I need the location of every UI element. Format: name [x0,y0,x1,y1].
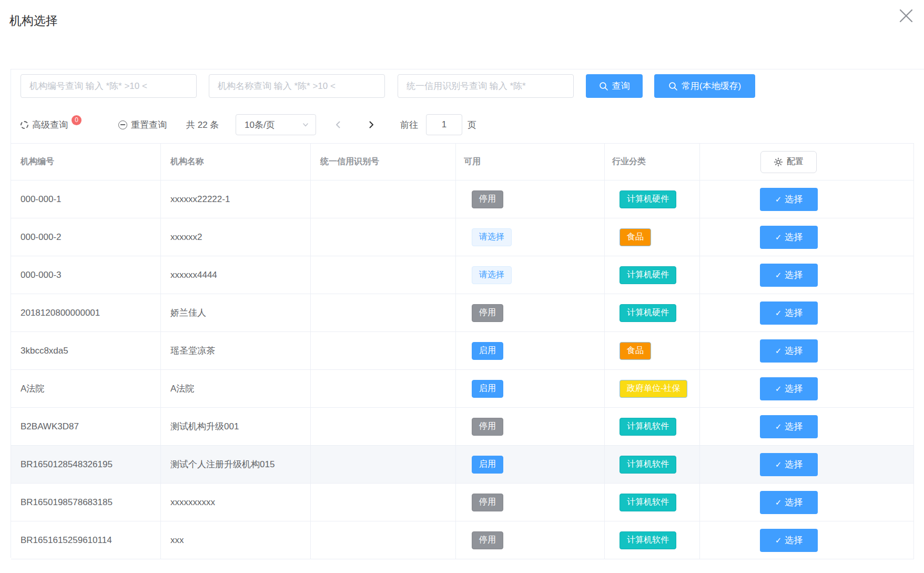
action-cell: ✓选择 [700,332,913,370]
select-button[interactable]: ✓选择 [760,264,818,287]
available-cell: 启用 [456,332,605,370]
status-badge[interactable]: 停用 [472,418,503,436]
select-button[interactable]: ✓选择 [760,491,818,514]
org-name-cell: 测试机构升级001 [161,408,311,446]
industry-cell: 计算机软件 [605,521,700,559]
select-button[interactable]: ✓选择 [760,301,818,325]
org-name-cell: xxx [161,521,311,559]
industry-badge: 食品 [620,342,651,360]
available-cell: 停用 [456,180,605,218]
prev-page-button[interactable] [327,114,350,135]
org-code-search-input[interactable] [21,74,197,98]
total-count: 共 22 条 [186,114,219,135]
table-row: A法院A法院启用政府单位-社保✓选择 [11,370,913,408]
industry-badge: 食品 [620,228,651,246]
status-badge[interactable]: 启用 [472,342,503,360]
action-cell: ✓选择 [700,256,913,294]
org-name-cell: xxxxxx4444 [161,256,311,294]
config-button[interactable]: 配置 [760,151,817,173]
action-cell: ✓选择 [700,294,913,332]
reset-query-button[interactable]: 重置查询 [118,114,167,135]
next-page-button[interactable] [360,114,383,135]
common-cache-button-label: 常用(本地缓存) [682,80,741,92]
close-icon[interactable] [896,5,917,26]
select-button-label: 选择 [785,231,803,243]
org-code-cell: 000-000-3 [11,256,161,294]
select-button-label: 选择 [785,496,803,508]
credit-code-cell [311,256,456,294]
status-badge[interactable]: 停用 [472,304,503,322]
table-row: B2BAWK3D87测试机构升级001停用计算机软件✓选择 [11,408,913,446]
industry-badge: 政府单位-社保 [620,380,687,398]
org-code-cell: A法院 [11,370,161,408]
select-button[interactable]: ✓选择 [760,188,818,211]
select-button[interactable]: ✓选择 [760,339,818,363]
header-org-code: 机构编号 [11,144,161,180]
org-code-cell: 000-000-1 [11,180,161,218]
search-icon [668,82,678,91]
industry-cell: 计算机硬件 [605,256,700,294]
action-cell: ✓选择 [700,484,913,521]
goto-page-input[interactable] [426,114,462,135]
check-icon: ✓ [775,308,782,318]
org-code-cell: BR1650198578683185 [11,484,161,521]
check-icon: ✓ [775,346,782,356]
status-badge[interactable]: 停用 [472,531,503,549]
page-size-select[interactable]: 10条/页 [236,114,316,135]
status-badge[interactable]: 请选择 [472,266,512,284]
industry-badge: 计算机硬件 [620,304,676,322]
header-config-cell: 配置 [700,144,913,180]
credit-code-search-input[interactable] [398,74,574,98]
status-badge[interactable]: 请选择 [472,228,512,246]
advanced-query-button[interactable]: 高级查询 0 [21,114,82,135]
action-cell: ✓选择 [700,408,913,446]
select-button-label: 选择 [785,458,803,470]
available-cell: 启用 [456,370,605,408]
org-name-cell: xxxxxxxxxx [161,484,311,521]
filter-icon [21,121,28,129]
org-code-cell: B2BAWK3D87 [11,408,161,446]
available-cell: 启用 [456,446,605,484]
credit-code-cell [311,332,456,370]
select-button[interactable]: ✓选择 [760,415,818,438]
table-row: 3kbcc8xda5瑶圣堂凉茶启用食品✓选择 [11,332,913,370]
table-row: 2018120800000001娇兰佳人停用计算机硬件✓选择 [11,294,913,332]
table-row: 000-000-3xxxxxx4444请选择计算机硬件✓选择 [11,256,913,294]
query-button[interactable]: 查询 [586,74,643,98]
credit-code-cell [311,294,456,332]
select-button-label: 选择 [785,193,803,205]
industry-cell: 计算机软件 [605,484,700,521]
action-cell: ✓选择 [700,446,913,484]
status-badge[interactable]: 启用 [472,456,503,474]
industry-cell: 计算机硬件 [605,294,700,332]
table-row: BR1650128548326195测试个人注册升级机构015启用计算机软件✓选… [11,446,913,484]
available-cell: 停用 [456,408,605,446]
org-name-search-input[interactable] [209,74,385,98]
check-icon: ✓ [775,536,782,545]
check-icon: ✓ [775,270,782,280]
available-cell: 停用 [456,294,605,332]
check-icon: ✓ [775,498,782,507]
select-button-label: 选择 [785,307,803,319]
status-badge[interactable]: 停用 [472,190,503,208]
search-icon [599,82,608,91]
industry-cell: 计算机软件 [605,408,700,446]
table-row: 000-000-2xxxxxx2请选择食品✓选择 [11,218,913,256]
check-icon: ✓ [775,195,782,204]
check-icon: ✓ [775,233,782,242]
select-button[interactable]: ✓选择 [760,377,818,400]
org-code-cell: 3kbcc8xda5 [11,332,161,370]
action-cell: ✓选择 [700,218,913,256]
status-badge[interactable]: 停用 [472,494,503,511]
status-badge[interactable]: 启用 [472,380,503,398]
credit-code-cell [311,484,456,521]
select-button[interactable]: ✓选择 [760,529,818,552]
industry-cell: 政府单位-社保 [605,370,700,408]
check-icon: ✓ [775,460,782,469]
table-row: 000-000-1xxxxxx22222-1停用计算机硬件✓选择 [11,180,913,218]
common-cache-button[interactable]: 常用(本地缓存) [654,74,755,98]
select-button[interactable]: ✓选择 [760,453,818,476]
select-button[interactable]: ✓选择 [760,226,818,249]
header-available: 可用 [456,144,605,180]
table-body: 000-000-1xxxxxx22222-1停用计算机硬件✓选择000-000-… [11,180,913,559]
